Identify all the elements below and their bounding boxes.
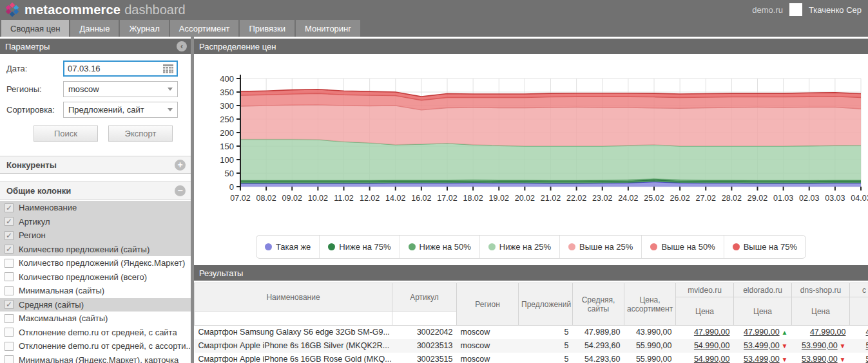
price-link[interactable]: 47.990,00 — [744, 328, 780, 337]
checkbox-icon[interactable] — [5, 355, 14, 363]
column-checkbox-item[interactable]: Отклонение demo.ru от средней, с ассорти… — [0, 339, 191, 353]
cell-sku: 30023515 — [392, 353, 457, 363]
column-checkbox-item[interactable]: ✓Количество предложений (сайты) — [0, 243, 191, 257]
checkbox-checked-icon[interactable]: ✓ — [5, 217, 14, 226]
col-header-avg[interactable]: Средняя, сайты — [573, 283, 624, 326]
col-subheader-price[interactable]: Цена — [676, 297, 734, 326]
stacked-area-chart[interactable]: 05010015020025030035040007.0208.0209.021… — [194, 70, 868, 227]
col-header-site-eldorado[interactable]: eldorado.ru — [734, 283, 792, 297]
tab-1[interactable]: Сводная цен — [1, 20, 69, 37]
price-link[interactable]: 47.990,00 — [694, 328, 730, 337]
date-field — [63, 60, 178, 77]
tab-6[interactable]: Мониторинг — [296, 20, 360, 37]
cell-avg-price: 54.293,60 — [573, 353, 624, 363]
tab-3[interactable]: Журнал — [120, 20, 168, 37]
collapse-panel-icon[interactable]: ‹ — [177, 41, 187, 51]
export-button[interactable]: Экспорт — [108, 126, 173, 142]
legend-item[interactable]: Ниже на 25% — [479, 236, 559, 258]
column-checkbox-item[interactable]: Количество предложений (Яндекс.Маркет) — [0, 256, 191, 270]
tab-2[interactable]: Данные — [70, 20, 119, 37]
avatar[interactable] — [789, 3, 802, 16]
column-checkbox-item[interactable]: Минимальная (Яндекс.Маркет), карточка — [0, 353, 191, 363]
col-subheader-price[interactable]: Цена — [792, 297, 850, 326]
legend-item[interactable]: Ниже на 50% — [400, 236, 479, 258]
column-checkbox-item[interactable]: ✓Наименование — [0, 201, 191, 215]
search-button[interactable]: Поиск — [34, 126, 98, 142]
checkbox-checked-icon[interactable]: ✓ — [5, 245, 14, 254]
name-filter-input[interactable] — [195, 313, 391, 324]
cell-offers: 5 — [519, 326, 573, 339]
col-header-sku[interactable]: Артикул — [392, 283, 457, 312]
column-label: Регион — [19, 230, 46, 240]
col-header-assort[interactable]: Цена, ассортимент — [624, 283, 676, 326]
col-header-site-dnsshop[interactable]: dns-shop.ru — [792, 283, 850, 297]
checkbox-icon[interactable] — [5, 342, 14, 351]
calendar-icon[interactable] — [163, 64, 173, 73]
checkbox-icon[interactable] — [5, 259, 14, 268]
regions-value: moscow — [68, 84, 99, 94]
checkbox-icon[interactable] — [5, 314, 14, 323]
price-link[interactable]: 53.990,00 — [802, 341, 838, 350]
checkbox-checked-icon[interactable]: ✓ — [5, 231, 14, 240]
col-header-site-cut[interactable]: c — [850, 283, 868, 297]
competitors-section-header[interactable]: Конкуренты + — [0, 156, 191, 174]
price-link[interactable]: 54.990,00 — [694, 341, 730, 350]
price-link[interactable]: 53 — [866, 355, 868, 363]
legend-label: Выше на 50% — [661, 242, 715, 252]
legend-item[interactable]: Выше на 25% — [559, 236, 641, 258]
column-label: Наименование — [19, 203, 77, 212]
cell-product-name: Смартфон Apple iPhone 6s 16GB Silver (MK… — [195, 339, 392, 353]
checkbox-icon[interactable] — [5, 328, 14, 337]
tab-5[interactable]: Привязки — [240, 20, 294, 37]
column-checkbox-item[interactable]: Отклонение demo.ru от средней, с сайта — [0, 326, 191, 340]
checkbox-icon[interactable] — [5, 286, 14, 295]
sku-filter-input[interactable] — [393, 313, 456, 324]
col-subheader-price[interactable]: Цена — [734, 297, 792, 326]
svg-text:21.02: 21.02 — [541, 194, 561, 203]
price-link[interactable]: 47 — [866, 328, 868, 337]
regions-select[interactable]: moscow — [63, 81, 178, 97]
collapse-minus-icon[interactable]: − — [175, 185, 186, 196]
column-checkbox-item[interactable]: Максимальная (сайты) — [0, 312, 191, 326]
price-link[interactable]: 53.499,00 — [744, 341, 780, 350]
cell-site-price: 53.990,00▼ — [792, 353, 850, 363]
column-checkbox-item[interactable]: ✓Регион — [0, 228, 191, 243]
price-link[interactable]: 47.990,00 — [810, 328, 846, 337]
price-link[interactable]: 54.990,00 — [694, 355, 730, 363]
cell-sku: 30022042 — [392, 326, 457, 339]
column-checkbox-item[interactable]: ✓Средняя (сайты) — [0, 298, 191, 312]
expand-plus-icon[interactable]: + — [175, 160, 186, 171]
price-link[interactable]: 53.499,00 — [744, 355, 780, 363]
date-input[interactable] — [68, 64, 158, 73]
chart-legend: Такая жеНиже на 75%Ниже на 50%Ниже на 25… — [256, 235, 806, 259]
legend-item[interactable]: Ниже на 75% — [319, 236, 399, 258]
col-header-name[interactable]: Наименование — [195, 283, 392, 312]
col-header-site-mvideo[interactable]: mvideo.ru — [676, 283, 734, 297]
legend-item[interactable]: Выше на 50% — [641, 236, 723, 258]
price-distribution-chart: 05010015020025030035040007.0208.0209.021… — [194, 54, 868, 228]
common-columns-section-header[interactable]: Общие колонки − — [0, 182, 191, 200]
tab-4[interactable]: Ассортимент — [170, 20, 239, 37]
column-checkbox-item[interactable]: Минимальная (сайты) — [0, 284, 191, 298]
col-subheader-price[interactable] — [850, 297, 868, 326]
legend-item[interactable]: Выше на 75% — [724, 236, 805, 258]
legend-label: Выше на 25% — [579, 242, 633, 252]
column-checkbox-item[interactable]: ✓Артикул — [0, 215, 191, 229]
checkbox-checked-icon[interactable]: ✓ — [5, 203, 14, 212]
cell-site-price: 47.990,00▲ — [734, 326, 792, 339]
column-checkbox-item[interactable]: Количество предложений (всего) — [0, 270, 191, 284]
price-link[interactable]: 53 — [866, 341, 868, 350]
col-header-region[interactable]: Регион — [457, 283, 519, 326]
checkbox-checked-icon[interactable]: ✓ — [5, 300, 14, 309]
column-label: Минимальная (Яндекс.Маркет), карточка — [19, 355, 178, 363]
sorting-select[interactable]: Предложений, сайт — [63, 102, 178, 118]
svg-text:27.02: 27.02 — [696, 194, 716, 203]
col-header-offers[interactable]: Предложений — [519, 283, 573, 326]
svg-text:03.03: 03.03 — [825, 194, 845, 203]
checkbox-icon[interactable] — [5, 272, 14, 281]
legend-item[interactable]: Такая же — [256, 236, 319, 258]
chevron-down-icon — [168, 88, 173, 91]
user-name[interactable]: Ткаченко Сер — [809, 5, 862, 15]
price-link[interactable]: 53.990,00 — [802, 355, 838, 363]
svg-text:22.02: 22.02 — [566, 194, 586, 203]
